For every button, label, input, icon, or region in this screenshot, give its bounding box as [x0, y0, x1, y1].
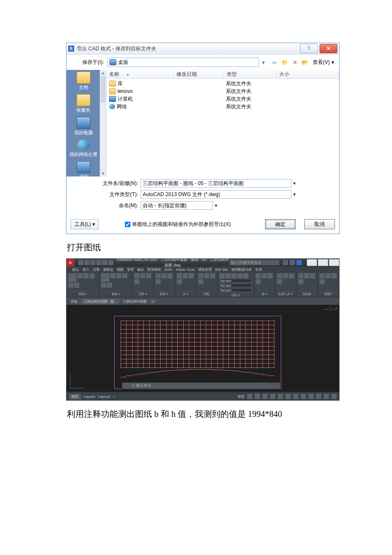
file-list[interactable]: 名称 修改日期 类型 大小 库系统文件夹lenovo系统文件夹计算机系统文件夹网…: [107, 70, 339, 176]
file-list-header[interactable]: 名称 修改日期 类型 大小: [107, 70, 339, 79]
ribbon-tool-icon[interactable]: [320, 273, 325, 278]
scroll-down-icon[interactable]: ▼: [100, 171, 106, 176]
ribbon-tool-icon[interactable]: [310, 273, 315, 278]
ribbon-tool-icon[interactable]: [84, 273, 89, 278]
ribbon-panel[interactable]: 块 ▾: [175, 272, 196, 297]
ribbon-tool-icon[interactable]: [156, 279, 161, 284]
ribbon-tool-icon[interactable]: [298, 279, 303, 284]
tab-start[interactable]: 开始: [71, 299, 78, 304]
bylayer-combo[interactable]: ByLayer: [219, 288, 252, 292]
qat-icon[interactable]: [78, 260, 84, 265]
status-icon[interactable]: [331, 394, 337, 399]
ribbon-tab[interactable]: Raster Tools: [176, 268, 195, 272]
ribbon-tool-icon[interactable]: [183, 273, 188, 278]
ribbon-tool-icon[interactable]: [198, 279, 203, 284]
ribbon-tool-icon[interactable]: [326, 273, 331, 278]
ok-button[interactable]: 确定: [265, 219, 296, 229]
help-icon[interactable]: [297, 260, 302, 265]
ribbon-tool-icon[interactable]: [210, 273, 215, 278]
naming-dropdown-icon[interactable]: ▾: [213, 202, 219, 208]
ribbon-panel[interactable]: 组 ▾: [254, 272, 275, 297]
ribbon-tool-icon[interactable]: [122, 273, 127, 278]
ribbon-tool-icon[interactable]: [189, 273, 194, 278]
bylayer-combo[interactable]: ByLayer: [219, 279, 252, 283]
tab-layout1[interactable]: Layout1: [84, 395, 95, 399]
ribbon-tool-icon[interactable]: [156, 273, 161, 278]
scroll-thumb[interactable]: [101, 76, 105, 102]
ribbon-tool-icon[interactable]: [146, 273, 151, 278]
export-xref-checkbox[interactable]: 将图纸上的视图和链接作为外部参照导出(X): [125, 221, 231, 228]
cancel-button[interactable]: 取消: [304, 219, 335, 229]
ribbon-panel[interactable]: 绘图 ▾: [66, 272, 99, 297]
save-in-combo[interactable]: 桌面: [107, 58, 259, 67]
filename-dropdown-icon[interactable]: ▾: [291, 180, 297, 186]
combo-dropdown-icon[interactable]: ▾: [259, 58, 268, 66]
ribbon[interactable]: 绘图 ▾修改 ▾注释 ▾图层 ▾块 ▾匹配ByLayerByLayerByLay…: [66, 272, 339, 298]
ribbon-panel[interactable]: 注释 ▾: [133, 272, 154, 297]
tab-active[interactable]: 三层结构平面图 - 图...: [81, 299, 119, 304]
ribbon-tool-icon[interactable]: [134, 273, 139, 278]
ribbon-panel[interactable]: 匹配: [196, 272, 218, 297]
filename-input[interactable]: 三层结构平面图 - 图纸 - 05 - 三层结构平面图: [141, 179, 291, 188]
add-layout-icon[interactable]: +: [113, 395, 115, 399]
ribbon-tool-icon[interactable]: [78, 273, 83, 278]
ribbon-tabs[interactable]: 默认插入注释参数化视图管理输出附加模块A360Raster Tools精选应用B…: [66, 266, 339, 272]
ribbon-tab[interactable]: BIM 360: [215, 268, 228, 272]
table-row[interactable]: 网络系统文件夹: [107, 103, 339, 110]
qat-icon[interactable]: [108, 260, 113, 265]
status-model-label[interactable]: 模型: [238, 394, 245, 399]
view-controls[interactable]: — ☐ ⤢: [323, 306, 337, 311]
qat-icon[interactable]: [84, 260, 89, 265]
back-icon[interactable]: ⇦: [270, 58, 279, 66]
ribbon-tool-icon[interactable]: [237, 273, 242, 278]
ribbon-tool-icon[interactable]: [231, 273, 236, 278]
filetype-combo[interactable]: AutoCAD 2013 DWG 文件 (*.dwg): [141, 190, 291, 199]
table-row[interactable]: lenovo系统文件夹: [107, 87, 339, 95]
ribbon-panel[interactable]: ByLayerByLayerByLayer特性 ▾: [218, 272, 254, 297]
ribbon-tool-icon[interactable]: [68, 283, 73, 288]
table-row[interactable]: 计算机系统文件夹: [107, 95, 339, 103]
col-modified[interactable]: 修改日期: [174, 70, 224, 78]
status-icon[interactable]: [247, 394, 252, 399]
ribbon-tool-icon[interactable]: [134, 279, 139, 284]
window-controls[interactable]: [307, 259, 339, 266]
drawing-canvas[interactable]: — ☐ ⤢: [66, 305, 339, 392]
ribbon-tool-icon[interactable]: [243, 273, 248, 278]
ribbon-tool-icon[interactable]: [219, 273, 225, 278]
qat-icon[interactable]: [102, 260, 107, 265]
ribbon-tool-icon[interactable]: [277, 273, 282, 278]
status-icon[interactable]: [316, 394, 321, 399]
ribbon-tool-icon[interactable]: [110, 273, 115, 278]
autocad-logo-icon[interactable]: A: [66, 259, 74, 266]
view-menu[interactable]: 查看(V)▾: [311, 58, 336, 66]
status-icon[interactable]: [262, 394, 268, 399]
qat-icon[interactable]: [90, 260, 95, 265]
ribbon-tool-icon[interactable]: [304, 273, 309, 278]
ribbon-panel[interactable]: 视图 ▾: [318, 272, 339, 297]
ribbon-tool-icon[interactable]: [89, 273, 95, 278]
ribbon-panel[interactable]: 图层 ▾: [154, 272, 175, 297]
dialog-titlebar[interactable]: R 导出 CAD 格式 - 保存到目标文件夹 ? ✕: [66, 43, 339, 55]
ribbon-tool-icon[interactable]: [277, 279, 282, 284]
filetype-dropdown-icon[interactable]: ▾: [291, 191, 297, 197]
ribbon-panel[interactable]: 修改 ▾: [99, 272, 132, 297]
status-icon[interactable]: [324, 394, 329, 399]
file-tabs[interactable]: 开始 三层结构平面图 - 图... 三层结构平面图 +: [66, 298, 339, 305]
ribbon-tab[interactable]: 管理: [127, 267, 134, 272]
delete-icon[interactable]: ✕: [291, 58, 299, 66]
close-button[interactable]: ✕: [320, 44, 337, 53]
ribbon-tab[interactable]: 附加模块: [147, 267, 161, 272]
checkbox-input[interactable]: [125, 222, 130, 227]
signin-icon[interactable]: [283, 260, 288, 265]
ribbon-tool-icon[interactable]: [107, 283, 112, 288]
acad-titlebar[interactable]: A Autodesk AutoCAD 2017 三层结构平面图 - 图纸 - 0…: [66, 259, 339, 266]
ribbon-tab[interactable]: 地理数据分析: [231, 267, 252, 272]
tab-model[interactable]: 模型: [69, 394, 81, 399]
status-icon[interactable]: [270, 394, 275, 399]
command-line[interactable]: ▸ 键入命令: [122, 382, 280, 389]
ribbon-tab[interactable]: 插入: [83, 267, 89, 272]
status-icon[interactable]: [278, 394, 283, 399]
ribbon-tool-icon[interactable]: [161, 273, 167, 278]
col-name[interactable]: 名称: [107, 70, 174, 78]
ribbon-tool-icon[interactable]: [204, 273, 209, 278]
